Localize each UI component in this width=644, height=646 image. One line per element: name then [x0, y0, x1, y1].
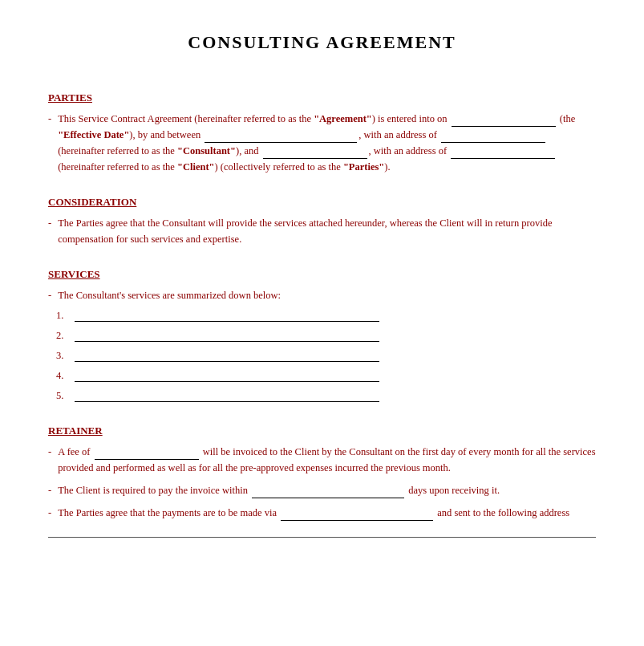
party1-name-blank — [205, 142, 357, 143]
payment-days-blank — [252, 498, 404, 498]
party2-address-blank — [451, 158, 555, 159]
parties-bullet: - This Service Contract Agreement (herei… — [48, 111, 596, 175]
consideration-heading: CONSIDERATION — [48, 196, 136, 209]
bullet-dash-2: - — [48, 215, 51, 231]
consideration-bullet: - The Parties agree that the Consultant … — [48, 215, 596, 247]
party1-address-blank — [441, 142, 545, 143]
parties-text: This Service Contract Agreement (hereina… — [58, 111, 596, 175]
retainer-bullet-3: - The Parties agree that the payments ar… — [48, 505, 596, 521]
service-num-2: 2. — [56, 330, 68, 342]
retainer-text-1: A fee of will be invoiced to the Client … — [58, 444, 596, 476]
parties-heading: PARTIES — [48, 91, 92, 104]
bullet-dash-4: - — [48, 444, 51, 460]
service-num-3: 3. — [56, 350, 68, 362]
service-line-1 — [75, 321, 379, 322]
service-num-1: 1. — [56, 310, 68, 322]
parties-section: PARTIES - This Service Contract Agreemen… — [48, 77, 596, 175]
service-item-5: 5. — [56, 390, 596, 402]
service-line-3 — [75, 361, 379, 362]
retainer-bullet-1: - A fee of will be invoiced to the Clien… — [48, 444, 596, 476]
services-heading: SERVICES — [48, 268, 100, 281]
services-section: SERVICES - The Consultant's services are… — [48, 254, 596, 402]
fee-amount-blank — [95, 459, 199, 460]
service-line-2 — [75, 341, 379, 342]
retainer-bullet-2: - The Client is required to pay the invo… — [48, 482, 596, 498]
payment-method-blank — [281, 520, 433, 521]
service-item-2: 2. — [56, 330, 596, 342]
services-list: 1. 2. 3. 4. 5. — [56, 310, 596, 402]
service-num-5: 5. — [56, 390, 68, 402]
bullet-dash-3: - — [48, 287, 51, 303]
document-container: CONSULTING AGREEMENT PARTIES - This Serv… — [0, 0, 644, 562]
consideration-section: CONSIDERATION - The Parties agree that t… — [48, 181, 596, 247]
document-title: CONSULTING AGREEMENT — [48, 32, 596, 53]
consideration-text: The Parties agree that the Consultant wi… — [58, 215, 596, 247]
bullet-dash-6: - — [48, 505, 51, 521]
retainer-text-3: The Parties agree that the payments are … — [58, 505, 596, 521]
service-item-3: 3. — [56, 350, 596, 362]
services-intro-bullet: - The Consultant's services are summariz… — [48, 287, 596, 303]
service-line-5 — [75, 401, 379, 402]
bottom-divider — [48, 537, 596, 538]
bullet-dash-5: - — [48, 482, 51, 498]
service-num-4: 4. — [56, 370, 68, 382]
retainer-section: RETAINER - A fee of will be invoiced to … — [48, 410, 596, 521]
service-line-4 — [75, 381, 379, 382]
service-item-4: 4. — [56, 370, 596, 382]
retainer-text-2: The Client is required to pay the invoic… — [58, 482, 596, 498]
service-item-1: 1. — [56, 310, 596, 322]
services-intro-text: The Consultant's services are summarized… — [58, 287, 596, 303]
effective-date-blank — [452, 126, 556, 127]
party2-name-blank — [263, 158, 367, 159]
bullet-dash: - — [48, 111, 51, 127]
retainer-heading: RETAINER — [48, 425, 103, 437]
